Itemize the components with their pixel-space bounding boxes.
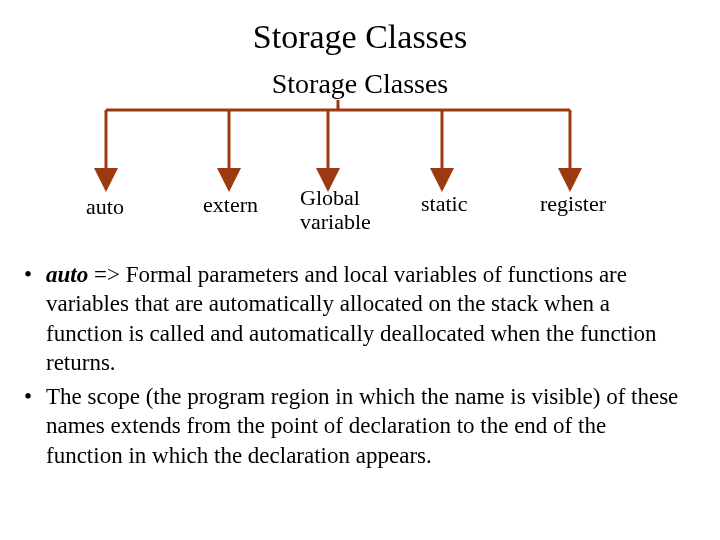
list-item: • auto => Formal parameters and local va… — [20, 260, 685, 378]
list-item: • The scope (the program region in which… — [20, 382, 685, 470]
bullet-body: The scope (the program region in which t… — [46, 384, 678, 468]
bullet-dot-icon: • — [20, 382, 46, 411]
tree-leaf-extern: extern — [203, 193, 258, 217]
bullet-text: auto => Formal parameters and local vari… — [46, 260, 685, 378]
tree-leaf-static: static — [421, 192, 467, 216]
bullet-body: Formal parameters and local variables of… — [46, 262, 657, 375]
tree-root-label: Storage Classes — [0, 68, 720, 100]
tree-leaf-global: Globalvariable — [300, 186, 371, 234]
bullet-list: • auto => Formal parameters and local va… — [20, 260, 685, 474]
tree-leaf-auto: auto — [86, 195, 124, 219]
tree-leaf-register: register — [540, 192, 606, 216]
page-title: Storage Classes — [0, 18, 720, 56]
bullet-sep: => — [88, 262, 125, 287]
bullet-keyword: auto — [46, 262, 88, 287]
bullet-text: The scope (the program region in which t… — [46, 382, 685, 470]
bullet-dot-icon: • — [20, 260, 46, 289]
tree-connector — [0, 100, 720, 200]
